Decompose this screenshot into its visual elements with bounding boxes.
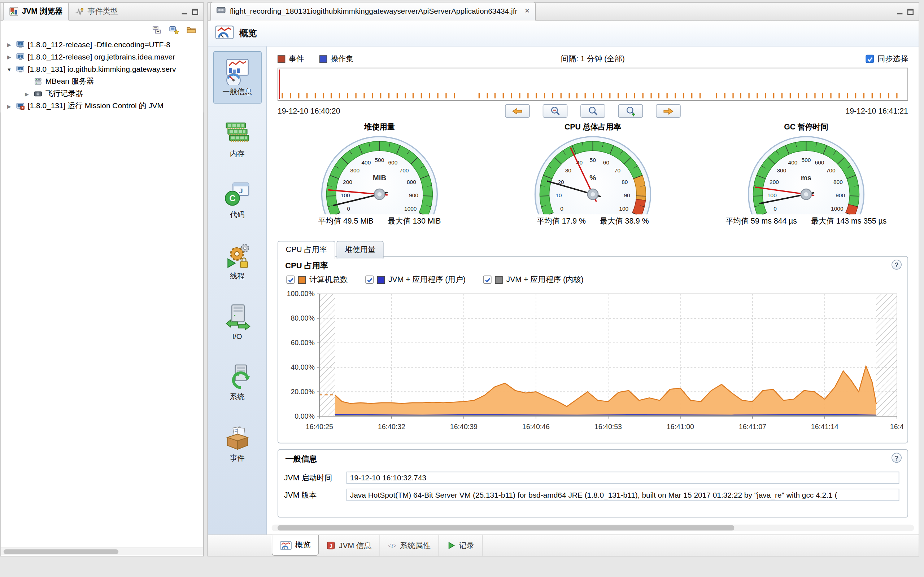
zoom-out-button[interactable] <box>543 104 568 118</box>
pan-left-button[interactable] <box>505 104 530 118</box>
tree-item[interactable]: ▶[1.8.0_131] 运行 Mission Control 的 JVM <box>1 100 204 113</box>
sidebar-item-memory[interactable]: 内存 <box>224 119 251 159</box>
editor-tab[interactable]: flight_recording_180131iogithubkimmkingg… <box>210 2 536 21</box>
memory-icon <box>224 119 251 147</box>
event-tick <box>511 93 512 98</box>
sidebar-item-io[interactable]: I/O <box>224 303 251 341</box>
svg-text:900: 900 <box>409 192 418 198</box>
sync-selection-checkbox[interactable]: 同步选择 <box>866 54 908 64</box>
svg-text:200: 200 <box>769 179 779 185</box>
event-tick <box>782 93 782 98</box>
event-tick <box>412 93 414 98</box>
event-tick <box>306 93 307 98</box>
event-tick <box>798 93 799 98</box>
horizontal-scrollbar[interactable] <box>1 548 202 555</box>
new-connection-button[interactable] <box>168 23 181 36</box>
zoom-in-button[interactable] <box>618 104 643 118</box>
help-icon[interactable]: ? <box>892 453 901 463</box>
form-title-bar: 概览 <box>208 21 919 47</box>
pan-right-button[interactable] <box>656 104 681 118</box>
page-tab-label: 概览 <box>295 540 310 550</box>
page-tab-jvm-info[interactable]: JJVM 信息 <box>319 535 380 556</box>
tree-expander-collapsed[interactable]: ▶ <box>23 91 31 97</box>
gauge-max-label: 最大值 130 MiB <box>388 216 441 226</box>
jvm-version-field[interactable]: Java HotSpot(TM) 64-Bit Server VM (25.13… <box>347 488 899 501</box>
svg-text:400: 400 <box>788 160 798 166</box>
event-tick <box>863 93 864 98</box>
sidebar-item-threads[interactable]: 线程 <box>224 242 251 281</box>
forward-arrow-icon <box>663 107 674 115</box>
close-icon[interactable]: ✕ <box>525 7 530 15</box>
tree-expander-collapsed[interactable]: ▶ <box>5 54 13 60</box>
scrollbar-thumb[interactable] <box>278 525 734 530</box>
tree-item[interactable]: ▶J[1.8.0_112-release] -Dfile.encoding=UT… <box>1 38 204 50</box>
chart-tab-cpu[interactable]: CPU 占用率 <box>278 241 335 259</box>
view-tab-event-types[interactable]: 事件类型 <box>69 3 124 20</box>
page-tab-system-properties[interactable]: <i>系统属性 <box>380 535 439 556</box>
maximize-icon <box>907 8 914 16</box>
svg-text:70: 70 <box>614 167 621 174</box>
series-legend-item[interactable]: JVM + 应用程序 (用户) <box>365 274 465 285</box>
series-legend-item[interactable]: 计算机总数 <box>286 274 347 285</box>
svg-text:90: 90 <box>624 192 630 198</box>
sidebar-item-label: 系统 <box>230 392 245 402</box>
tree-item[interactable]: ▼J[1.8.0_131] io.github.kimmking.gateway… <box>1 63 204 76</box>
minimize-icon <box>896 8 903 16</box>
horizontal-scrollbar[interactable] <box>272 525 914 531</box>
editor-tab-title: flight_recording_180131iogithubkimmkingg… <box>230 6 518 15</box>
event-tick <box>372 93 373 98</box>
jvm-start-time-field[interactable]: 19-12-10 16:10:32.743 <box>347 472 899 484</box>
sidebar-item-code[interactable]: JC代码 <box>224 181 251 220</box>
sidebar-item-system[interactable]: 系统 <box>224 363 251 402</box>
tree-expander-collapsed[interactable]: ▶ <box>5 42 13 47</box>
series-color-swatch <box>298 276 306 284</box>
event-tick <box>585 93 586 98</box>
jmc-window: JVM 浏览器事件类型 ▶J[1.8.0_112-release] -Dfile… <box>0 0 924 577</box>
tree-expander-expanded[interactable]: ▼ <box>5 66 13 72</box>
maximize-button[interactable] <box>907 8 914 16</box>
recording-icon <box>446 541 455 550</box>
operative-set-label: 操作集 <box>331 54 354 64</box>
tree-expander-collapsed[interactable]: ▶ <box>5 103 13 109</box>
new-connection-icon <box>169 24 179 35</box>
range-legend-row: 事件 操作集 间隔: 1 分钟 (全部) 同步选择 <box>278 52 908 65</box>
minimize-button[interactable] <box>181 8 188 16</box>
tree-item[interactable]: ▶J[1.8.0_112-release] org.jetbrains.idea… <box>1 50 204 63</box>
open-folder-button[interactable] <box>184 23 197 36</box>
recording-timeline[interactable] <box>278 68 908 101</box>
collapse-all-button[interactable] <box>150 23 163 36</box>
svg-text:500: 500 <box>802 157 811 163</box>
view-tab-jvm-browser[interactable]: JVM 浏览器 <box>3 3 69 21</box>
event-tick <box>454 93 455 98</box>
svg-text:0: 0 <box>560 206 564 212</box>
sidebar-item-general-info[interactable]: 一般信息 <box>213 51 261 103</box>
svg-text:16:40:25: 16:40:25 <box>306 423 333 430</box>
timeline-start-marker <box>279 69 280 99</box>
sidebar-item-events[interactable]: 事件 <box>224 424 251 463</box>
event-tick <box>814 93 815 98</box>
events-legend[interactable]: 事件 <box>278 54 304 64</box>
minimize-button[interactable] <box>896 8 903 16</box>
zoom-reset-button[interactable] <box>580 104 605 118</box>
svg-text:16:41:14: 16:41:14 <box>811 423 838 430</box>
tree-item[interactable]: MBean 服务器 <box>1 76 204 88</box>
page-tab-overview[interactable]: 概览 <box>272 534 319 556</box>
svg-text:J: J <box>239 187 242 195</box>
page-tab-recording[interactable]: 记录 <box>439 535 483 556</box>
svg-text:0: 0 <box>774 206 777 212</box>
chart-tab-heap[interactable]: 堆使用量 <box>336 241 384 259</box>
series-legend-label: JVM + 应用程序 (内核) <box>506 274 584 285</box>
tree-item-label: 飞行记录器 <box>45 89 83 99</box>
page-tabs: 概览JJVM 信息<i>系统属性记录 <box>208 534 919 556</box>
maximize-button[interactable] <box>192 8 199 16</box>
scrollbar-thumb[interactable] <box>3 549 118 554</box>
help-icon[interactable]: ? <box>892 259 901 270</box>
event-tick <box>839 93 840 98</box>
field-label: JVM 启动时间 <box>284 472 347 483</box>
series-legend-item[interactable]: JVM + 应用程序 (内核) <box>483 274 584 285</box>
gauge-2: GC 暂停时间 01002003004005006007008009001000… <box>699 122 913 234</box>
operative-set-legend[interactable]: 操作集 <box>320 54 354 64</box>
left-view-tabs: JVM 浏览器事件类型 <box>3 3 124 20</box>
event-tick <box>855 93 856 98</box>
tree-item[interactable]: ▶飞行记录器 <box>1 88 204 100</box>
